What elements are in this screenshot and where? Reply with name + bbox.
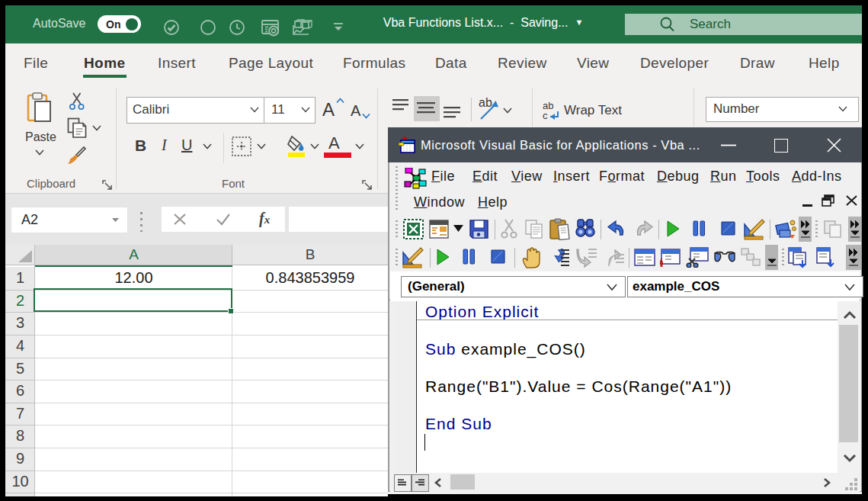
svg-text:c: c: [543, 110, 548, 121]
svg-text:ab: ab: [479, 96, 492, 109]
